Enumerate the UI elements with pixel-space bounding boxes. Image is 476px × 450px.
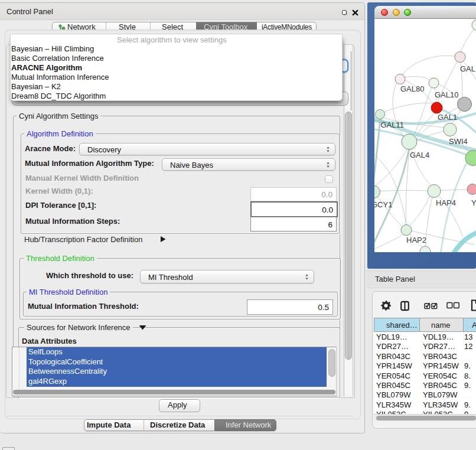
svg-text:HAP2: HAP2 xyxy=(406,236,426,244)
svg-text:GAL: GAL xyxy=(460,64,475,73)
svg-text:GAL10: GAL10 xyxy=(435,90,458,99)
svg-text:SWI4: SWI4 xyxy=(449,136,468,145)
svg-text:GAL11: GAL11 xyxy=(381,120,405,129)
svg-text:GCY1: GCY1 xyxy=(374,200,392,209)
svg-text:GAL1: GAL1 xyxy=(438,112,457,121)
svg-text:GAL4: GAL4 xyxy=(410,151,429,159)
svg-text:Y: Y xyxy=(471,198,476,207)
svg-text:HAP4: HAP4 xyxy=(436,198,456,207)
svg-text:GAL80: GAL80 xyxy=(400,84,424,93)
